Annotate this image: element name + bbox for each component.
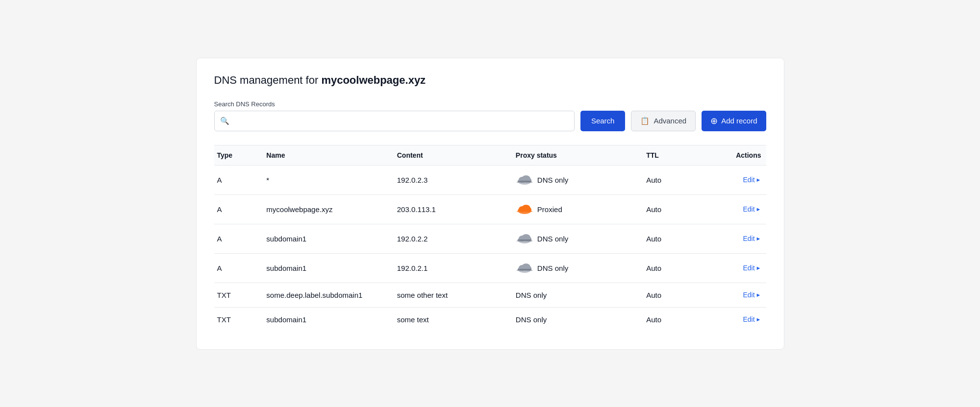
cell-actions: Edit ►: [701, 307, 766, 332]
edit-button[interactable]: Edit ►: [705, 315, 761, 323]
cell-ttl: Auto: [641, 165, 701, 194]
edit-button[interactable]: Edit ►: [705, 205, 761, 213]
table-row: Asubdomain1192.0.2.1 DNS onlyAutoEdit ►: [214, 253, 766, 283]
table-row: TXTsome.deep.label.subdomain1some other …: [214, 283, 766, 307]
cell-name: subdomain1: [261, 224, 392, 253]
cell-content: 192.0.2.2: [392, 224, 511, 253]
cell-type: A: [214, 224, 262, 253]
advanced-button[interactable]: 📋 Advanced: [631, 111, 696, 131]
cell-type: A: [214, 165, 262, 194]
cell-proxy-status: DNS only: [511, 283, 641, 307]
edit-button[interactable]: Edit ►: [705, 235, 761, 242]
cell-ttl: Auto: [641, 194, 701, 224]
cell-actions: Edit ►: [701, 283, 766, 307]
table-row: TXTsubdomain1some textDNS onlyAutoEdit ►: [214, 307, 766, 332]
dns-only-cloud-icon: [516, 262, 533, 275]
plus-icon: ⊕: [710, 116, 718, 126]
cell-name: mycoolwebpage.xyz: [261, 194, 392, 224]
search-input[interactable]: [214, 111, 575, 131]
cell-ttl: Auto: [641, 253, 701, 283]
cell-proxy-status: Proxied: [511, 194, 641, 224]
edit-button[interactable]: Edit ►: [705, 176, 761, 184]
edit-button[interactable]: Edit ►: [705, 291, 761, 299]
search-button[interactable]: Search: [580, 111, 626, 131]
search-row: 🔍 Search 📋 Advanced ⊕ Add record: [214, 111, 766, 131]
cell-ttl: Auto: [641, 283, 701, 307]
cell-content: 192.0.2.1: [392, 253, 511, 283]
dns-records-table: Type Name Content Proxy status TTL Actio…: [214, 145, 766, 332]
col-header-name: Name: [261, 145, 392, 165]
search-label: Search DNS Records: [214, 100, 766, 108]
cell-proxy-status: DNS only: [511, 165, 641, 194]
search-input-wrap: 🔍: [214, 111, 575, 131]
table-row: Amycoolwebpage.xyz203.0.113.1 ProxiedAut…: [214, 194, 766, 224]
table-row: A*192.0.2.3 DNS onlyAutoEdit ►: [214, 165, 766, 194]
col-header-ttl: TTL: [641, 145, 701, 165]
cell-proxy-status: DNS only: [511, 224, 641, 253]
cell-content: 203.0.113.1: [392, 194, 511, 224]
proxied-cloud-icon: [516, 203, 533, 216]
proxy-status-text: Proxied: [537, 205, 562, 214]
chevron-right-icon: ►: [756, 177, 761, 183]
document-icon: 📋: [640, 117, 650, 125]
col-header-actions: Actions: [701, 145, 766, 165]
edit-button[interactable]: Edit ►: [705, 264, 761, 272]
col-header-type: Type: [214, 145, 262, 165]
cell-content: 192.0.2.3: [392, 165, 511, 194]
cell-actions: Edit ►: [701, 194, 766, 224]
col-header-proxy: Proxy status: [511, 145, 641, 165]
cell-content: some other text: [392, 283, 511, 307]
cell-ttl: Auto: [641, 307, 701, 332]
cell-type: A: [214, 194, 262, 224]
chevron-right-icon: ►: [756, 292, 761, 298]
page-title: DNS management for mycoolwebpage.xyz: [214, 74, 766, 87]
chevron-right-icon: ►: [756, 236, 761, 241]
cell-name: *: [261, 165, 392, 194]
chevron-right-icon: ►: [756, 316, 761, 322]
add-record-button[interactable]: ⊕ Add record: [702, 111, 766, 131]
cell-type: TXT: [214, 307, 262, 332]
table-row: Asubdomain1192.0.2.2 DNS onlyAutoEdit ►: [214, 224, 766, 253]
cell-type: A: [214, 253, 262, 283]
cell-proxy-status: DNS only: [511, 253, 641, 283]
dns-only-cloud-icon: [516, 232, 533, 245]
proxy-status-text: DNS only: [537, 264, 568, 272]
cell-content: some text: [392, 307, 511, 332]
cell-actions: Edit ►: [701, 253, 766, 283]
cell-actions: Edit ►: [701, 224, 766, 253]
cell-actions: Edit ►: [701, 165, 766, 194]
col-header-content: Content: [392, 145, 511, 165]
cell-name: subdomain1: [261, 253, 392, 283]
table-header-row: Type Name Content Proxy status TTL Actio…: [214, 145, 766, 165]
dns-only-cloud-icon: [516, 173, 533, 187]
cell-type: TXT: [214, 283, 262, 307]
dns-management-card: DNS management for mycoolwebpage.xyz Sea…: [196, 58, 784, 350]
proxy-status-text: DNS only: [537, 235, 568, 243]
chevron-right-icon: ►: [756, 206, 761, 212]
cell-proxy-status: DNS only: [511, 307, 641, 332]
cell-name: some.deep.label.subdomain1: [261, 283, 392, 307]
proxy-status-text: DNS only: [537, 176, 568, 184]
cell-ttl: Auto: [641, 224, 701, 253]
cell-name: subdomain1: [261, 307, 392, 332]
chevron-right-icon: ►: [756, 265, 761, 271]
